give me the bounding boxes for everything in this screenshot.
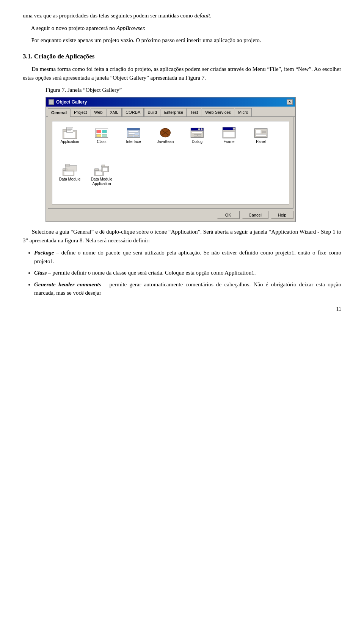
- icon-frame[interactable]: Frame: [214, 124, 244, 160]
- ok-button[interactable]: OK: [217, 211, 240, 219]
- icon-interface[interactable]: Interface: [118, 124, 149, 160]
- icon-dialog[interactable]: Dialog: [182, 124, 212, 160]
- frame-icon-svg: [221, 126, 237, 140]
- svg-rect-14: [129, 131, 139, 132]
- svg-rect-32: [256, 130, 261, 134]
- tab-test[interactable]: Test: [187, 108, 201, 117]
- svg-rect-33: [262, 130, 266, 132]
- tab-corba[interactable]: CORBA: [122, 108, 144, 117]
- dialog-wrapper: Object Gallery × General Project Web XML…: [46, 97, 341, 223]
- figure-caption: Figura 7. Janela “Object Gallery”: [46, 86, 341, 94]
- icon-datamodule-app[interactable]: Data ModuleApplication: [86, 161, 117, 202]
- panel-icon-svg: [253, 126, 268, 140]
- paragraph-1: uma vez que as propriedades das telas se…: [23, 11, 341, 20]
- titlebar-icon: [49, 99, 54, 105]
- bullet-item-1: Package – define o nome do pacote que se…: [34, 248, 341, 265]
- tab-web[interactable]: Web: [91, 108, 106, 117]
- icon-panel[interactable]: Panel: [246, 124, 276, 160]
- svg-rect-9: [102, 130, 107, 133]
- datamodule-app-icon-svg: [94, 163, 109, 177]
- dialog-icon-svg: [190, 126, 205, 140]
- svg-rect-23: [192, 132, 202, 133]
- svg-rect-10: [97, 134, 101, 137]
- close-icon[interactable]: ×: [287, 99, 293, 105]
- svg-point-21: [201, 128, 202, 130]
- svg-rect-46: [103, 168, 108, 171]
- svg-rect-8: [97, 130, 101, 133]
- tab-xml[interactable]: XML: [107, 108, 122, 117]
- dialog-body: Application Class: [48, 117, 293, 209]
- page-number: 11: [23, 305, 341, 313]
- icon-class-label: Class: [97, 140, 106, 144]
- paragraph-4: Da mesma forma como foi feita a criação …: [23, 65, 341, 82]
- titlebar-left: Object Gallery: [49, 99, 87, 105]
- svg-rect-3: [67, 127, 73, 132]
- svg-rect-17: [134, 135, 139, 136]
- bullet-list: Package – define o nome do pacote que se…: [34, 248, 341, 297]
- svg-rect-25: [198, 134, 201, 136]
- dialog-title: Object Gallery: [56, 99, 87, 105]
- tab-project[interactable]: Project: [71, 108, 90, 117]
- icon-application[interactable]: Application: [55, 124, 85, 160]
- svg-rect-28: [233, 128, 235, 130]
- icon-datamodule-label: Data Module: [59, 177, 81, 182]
- bullet-item-2: Class – permite definir o nome da classe…: [34, 269, 341, 277]
- dialog-buttons: OK Cancel Help: [46, 209, 295, 221]
- svg-rect-30: [223, 132, 235, 138]
- tab-micro[interactable]: Micro: [235, 108, 252, 117]
- icon-javabean[interactable]: JavaBean: [150, 124, 180, 160]
- icon-application-label: Application: [61, 140, 79, 144]
- svg-rect-15: [129, 133, 135, 134]
- icon-class[interactable]: Class: [86, 124, 117, 160]
- paragraph-2: A seguir o novo projeto aparecerá no App…: [23, 24, 341, 33]
- tab-general[interactable]: General: [48, 108, 70, 117]
- cancel-button[interactable]: Cancel: [242, 211, 268, 219]
- paragraph-3: Por enquanto existe apenas um projeto va…: [23, 36, 341, 45]
- tab-webservices[interactable]: Web Services: [202, 108, 234, 117]
- object-gallery-dialog: Object Gallery × General Project Web XML…: [46, 97, 296, 223]
- icon-interface-label: Interface: [126, 140, 141, 144]
- svg-rect-39: [65, 166, 77, 171]
- paragraph-5: Selecione a guia “General” e dê duplo-cl…: [23, 228, 341, 245]
- tab-enterprise[interactable]: Enterprise: [161, 108, 187, 117]
- svg-rect-45: [102, 165, 105, 167]
- class-icon-svg: [94, 126, 109, 140]
- svg-rect-2: [64, 132, 75, 138]
- svg-rect-34: [262, 132, 266, 134]
- datamodule-icon-svg: [62, 163, 77, 177]
- svg-rect-40: [65, 164, 70, 166]
- interface-icon-svg: [126, 126, 141, 140]
- svg-rect-35: [256, 134, 266, 136]
- dialog-titlebar: Object Gallery ×: [46, 97, 295, 107]
- icon-panel-label: Panel: [256, 140, 266, 144]
- svg-rect-42: [95, 169, 99, 171]
- svg-rect-11: [102, 134, 107, 137]
- javabean-icon-svg: [158, 126, 173, 140]
- help-button[interactable]: Help: [271, 211, 293, 219]
- icon-datamodule-app-label: Data ModuleApplication: [91, 177, 113, 186]
- dialog-tabs: General Project Web XML CORBA Build Ente…: [46, 107, 295, 117]
- bullet-item-3: Generate header comments – permite gerar…: [34, 280, 341, 297]
- icon-dialog-label: Dialog: [192, 140, 202, 144]
- svg-rect-38: [64, 171, 73, 175]
- icon-datamodule[interactable]: Data Module: [55, 161, 85, 202]
- tab-build[interactable]: Build: [144, 108, 160, 117]
- svg-point-22: [198, 128, 200, 130]
- svg-rect-13: [127, 128, 140, 130]
- icon-javabean-label: JavaBean: [157, 140, 174, 144]
- icons-grid: Application Class: [52, 121, 289, 204]
- section-heading: 3.1. Criação de Aplicações: [23, 52, 341, 61]
- application-icon-svg: [62, 126, 77, 140]
- icon-frame-label: Frame: [224, 140, 235, 144]
- svg-rect-24: [194, 134, 197, 136]
- svg-rect-16: [129, 135, 133, 136]
